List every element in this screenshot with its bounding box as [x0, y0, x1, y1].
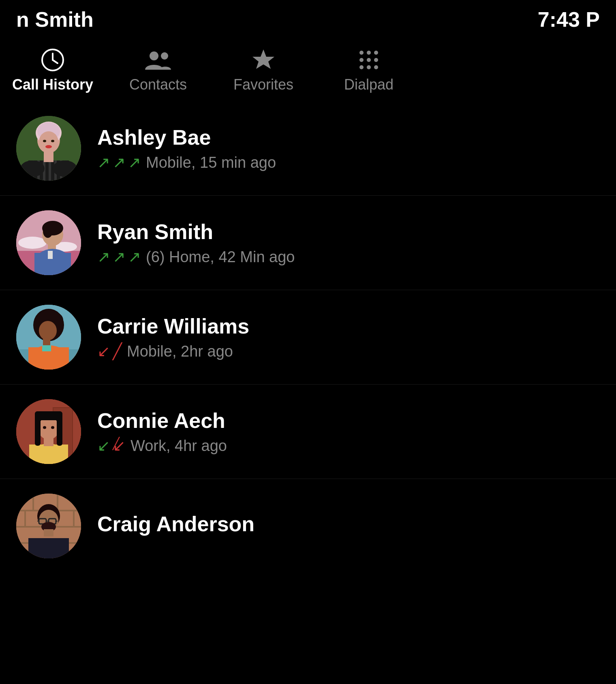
avatar-ryan-smith — [16, 210, 81, 275]
call-details-carrie-williams: ↙ ╱ Mobile, 2hr ago — [97, 342, 600, 360]
svg-point-10 — [367, 58, 371, 62]
svg-rect-44 — [48, 251, 53, 259]
arrow-out-1: ↗ — [97, 154, 110, 171]
call-info-connie-aech: Connie Aech ↙ ↙╱ Work, 4hr ago — [97, 408, 600, 455]
tab-bar: Call History Contacts Favorites Dialpad — [0, 36, 616, 101]
svg-rect-25 — [49, 160, 51, 181]
favorites-label: Favorites — [233, 76, 293, 93]
svg-point-11 — [374, 58, 378, 62]
star-icon — [251, 48, 276, 72]
svg-point-40 — [43, 225, 53, 238]
svg-point-31 — [45, 145, 52, 148]
svg-point-68 — [51, 426, 54, 429]
svg-line-2 — [53, 60, 58, 63]
svg-rect-66 — [38, 411, 59, 420]
contact-name-craig-anderson: Craig Anderson — [97, 512, 600, 536]
call-meta-ashley-bae: Mobile, 15 min ago — [146, 154, 276, 171]
svg-point-8 — [374, 51, 378, 55]
svg-point-14 — [374, 65, 378, 69]
avatar-image-connie — [16, 399, 81, 464]
call-item-ashley-bae[interactable]: Ashley Bae ↗ ↗ ↗ Mobile, 15 min ago — [0, 101, 616, 196]
svg-point-20 — [39, 131, 58, 152]
svg-rect-74 — [32, 494, 34, 510]
carrier-text: n Smith — [16, 7, 94, 32]
call-details-ashley-bae: ↗ ↗ ↗ Mobile, 15 min ago — [97, 154, 600, 171]
avatar-image-carrie — [16, 305, 81, 370]
svg-rect-28 — [44, 151, 53, 162]
svg-point-60 — [38, 417, 59, 440]
call-item-ryan-smith[interactable]: Ryan Smith ↗ ↗ ↗ (6) Home, 42 Min ago — [0, 196, 616, 290]
time-display: 7:43 P — [538, 7, 600, 32]
svg-rect-87 — [44, 529, 53, 537]
svg-rect-75 — [57, 494, 58, 510]
svg-point-32 — [43, 140, 46, 142]
svg-point-12 — [359, 65, 364, 69]
call-details-ryan-smith: ↗ ↗ ↗ (6) Home, 42 Min ago — [97, 248, 600, 266]
avatar-connie-aech — [16, 399, 81, 464]
arrow-missed-slash: ╱ — [113, 342, 122, 360]
svg-marker-5 — [252, 49, 274, 69]
svg-rect-89 — [28, 538, 69, 558]
arrow-out-3: ↗ — [128, 154, 141, 171]
svg-rect-78 — [73, 511, 75, 526]
call-info-carrie-williams: Carrie Williams ↙ ╱ Mobile, 2hr ago — [97, 314, 600, 360]
svg-point-33 — [51, 140, 54, 142]
contact-name-carrie-williams: Carrie Williams — [97, 314, 600, 338]
arrow-out-2: ↗ — [113, 154, 126, 171]
avatar-image-ryan — [16, 210, 81, 275]
svg-point-9 — [359, 58, 364, 62]
arrow-missed-carrie: ↙ — [97, 342, 110, 360]
avatar-image-ashley — [16, 116, 81, 181]
contacts-label: Contacts — [129, 76, 187, 93]
call-meta-carrie-williams: Mobile, 2hr ago — [127, 343, 233, 360]
svg-point-67 — [43, 426, 46, 429]
tab-call-history[interactable]: Call History — [0, 44, 105, 97]
svg-point-36 — [18, 237, 47, 249]
avatar-craig-anderson — [16, 494, 81, 558]
tab-favorites[interactable]: Favorites — [211, 44, 316, 97]
call-meta-ryan-smith: (6) Home, 42 Min ago — [146, 248, 295, 266]
arrow-incoming-connie: ↙ — [97, 437, 110, 455]
arrow-out-r3: ↗ — [128, 248, 141, 266]
call-info-ashley-bae: Ashley Bae ↗ ↗ ↗ Mobile, 15 min ago — [97, 125, 600, 171]
arrow-out-r2: ↗ — [113, 248, 126, 266]
contacts-icon — [144, 48, 172, 72]
status-bar: n Smith 7:43 P — [0, 0, 616, 36]
svg-point-30 — [53, 160, 77, 177]
tab-dialpad[interactable]: Dialpad — [316, 44, 421, 97]
call-history-label: Call History — [12, 76, 93, 93]
svg-point-7 — [367, 51, 371, 55]
svg-rect-54 — [42, 345, 51, 351]
contact-name-ashley-bae: Ashley Bae — [97, 125, 600, 150]
call-details-connie-aech: ↙ ↙╱ Work, 4hr ago — [97, 437, 600, 455]
svg-rect-62 — [29, 445, 68, 464]
call-info-ryan-smith: Ryan Smith ↗ ↗ ↗ (6) Home, 42 Min ago — [97, 220, 600, 266]
call-item-craig-anderson[interactable]: Craig Anderson — [0, 479, 616, 562]
svg-point-6 — [359, 51, 364, 55]
arrow-out-r1: ↗ — [97, 248, 110, 266]
call-meta-connie-aech: Work, 4hr ago — [130, 437, 227, 455]
svg-rect-76 — [24, 511, 26, 526]
clock-icon — [41, 48, 65, 72]
svg-point-29 — [20, 160, 45, 177]
avatar-ashley-bae — [16, 116, 81, 181]
contact-name-connie-aech: Connie Aech — [97, 408, 600, 433]
svg-point-50 — [39, 321, 57, 340]
call-arrows-ryan-smith: ↗ ↗ ↗ — [97, 248, 141, 266]
call-arrows-connie-aech: ↙ ↙╱ — [97, 437, 126, 455]
svg-point-3 — [150, 51, 158, 60]
arrow-missed-connie: ↙╱ — [113, 437, 126, 455]
svg-point-4 — [161, 52, 168, 60]
call-item-carrie-williams[interactable]: Carrie Williams ↙ ╱ Mobile, 2hr ago — [0, 290, 616, 385]
contact-name-ryan-smith: Ryan Smith — [97, 220, 600, 244]
call-history-list: Ashley Bae ↗ ↗ ↗ Mobile, 15 min ago — [0, 101, 616, 562]
avatar-carrie-williams — [16, 305, 81, 370]
svg-point-13 — [367, 65, 371, 69]
svg-rect-63 — [44, 438, 53, 446]
avatar-image-craig — [16, 494, 81, 558]
tab-contacts[interactable]: Contacts — [105, 44, 211, 97]
dialpad-label: Dialpad — [344, 76, 394, 93]
dialpad-icon — [357, 48, 381, 72]
call-arrows-ashley-bae: ↗ ↗ ↗ — [97, 154, 141, 171]
call-item-connie-aech[interactable]: Connie Aech ↙ ↙╱ Work, 4hr ago — [0, 385, 616, 479]
